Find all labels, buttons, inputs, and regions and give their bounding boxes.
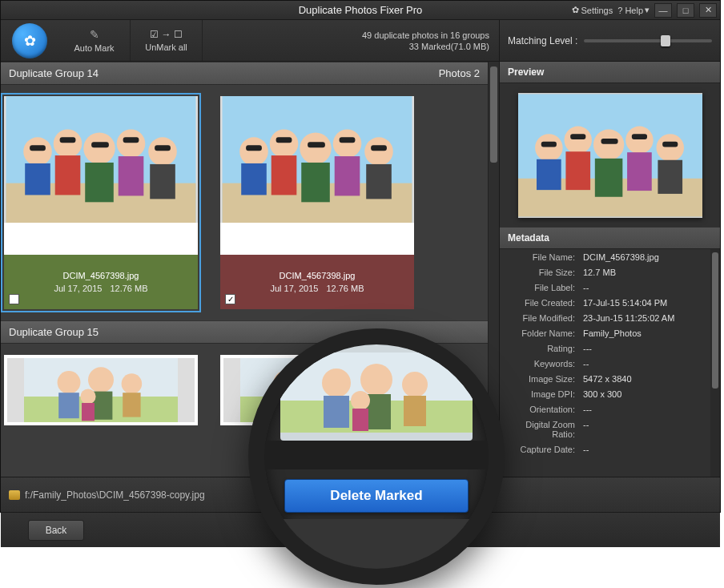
metadata-value: 300 x 300 [583,389,701,399]
photo-size: 12.76 MB [326,284,364,293]
group-header: Duplicate Group 14 Photos 2 [1,62,488,85]
photo-filename: DCIM_4567398.jpg [280,271,356,280]
metadata-key: File Created: [503,298,575,308]
metadata-key: File Modified: [503,313,575,323]
photo-checkbox[interactable]: ✓ [225,294,235,304]
metadata-row: File Modified:23-Jun-15 11:25:02 AM [500,310,709,325]
title-bar: Duplicate Photos Fixer Pro ✿ Settings ? … [1,1,720,20]
auto-mark-button[interactable]: ✎ Auto Mark [58,20,131,61]
back-button[interactable]: Back [28,520,84,541]
photo-thumbnail [220,96,414,223]
metadata-value: -- [583,420,701,439]
metadata-value: --- [583,405,701,414]
photo-checkbox[interactable] [9,294,19,304]
metadata-row: File Name:DCIM_4567398.jpg [500,249,709,264]
scrollbar-thumb[interactable] [490,66,497,163]
status-duplicates: 49 duplicate photos in 16 groups [362,30,489,40]
minimize-button[interactable]: — [654,3,672,18]
metadata-row: Digital Zoom Ratio:-- [500,417,709,441]
metadata-key: File Label: [503,283,575,292]
metadata-key: Folder Name: [503,328,575,338]
metadata-key: Rating: [503,344,575,353]
metadata-value: Family_Photos [583,328,701,338]
metadata-row: Keywords:-- [500,356,709,371]
metadata-value: DCIM_4567398.jpg [583,252,701,262]
preview-box [500,83,720,228]
group-count: Photos 2 [439,67,480,79]
unmark-all-button[interactable]: ☑ → ☐ UnMark all [131,20,203,61]
metadata-value: 12.7 MB [583,268,701,277]
metadata-row: File Created:17-Jul-15 5:14:04 PM [500,295,709,310]
photo-size: 12.76 MB [110,284,147,293]
metadata-scrollbar[interactable] [710,249,720,477]
preview-header: Preview [500,62,720,83]
metadata-value: -- [583,445,701,454]
maximize-button[interactable]: □ [677,3,694,18]
metadata-value: -- [583,359,701,369]
side-panel: Preview Metadata File Name:DCIM_4567398.… [499,62,720,477]
matching-level-slider[interactable] [584,39,712,42]
toolbar: ✿ ✎ Auto Mark ☑ → ☐ UnMark all 49 duplic… [1,20,720,62]
metadata-key: Capture Date: [503,445,575,454]
metadata-row: Capture Date:-- [500,441,709,457]
metadata-value: 23-Jun-15 11:25:02 AM [583,313,701,323]
group-title: Duplicate Group 14 [9,67,99,79]
metadata-key: Digital Zoom Ratio: [503,420,575,439]
photo-date: Jul 17, 2015 [270,284,318,293]
metadata-key: Orientation: [503,405,575,414]
metadata-row: Orientation:--- [500,401,709,417]
photo-card[interactable]: DCIM_4567398.jpg Jul 17, 2015 12.76 MB [4,96,198,309]
photo-card[interactable] [4,355,198,425]
matching-level-label: Matching Level : [508,35,577,46]
metadata-key: Keywords: [503,359,575,369]
metadata-key: File Name: [503,252,575,262]
metadata-key: Image Size: [503,374,575,384]
metadata-value: --- [583,344,701,353]
photo-footer: DCIM_4567398.jpg Jul 17, 2015 12.76 MB [4,255,198,309]
photo-thumbnail [4,96,198,223]
scrollbar-thumb[interactable] [712,252,718,389]
delete-marked-button[interactable]: Delete Marked [284,479,469,513]
uncheck-icon: ☑ → ☐ [150,29,183,40]
slider-thumb[interactable] [661,35,670,46]
settings-link[interactable]: ✿ Settings [572,5,613,15]
metadata-value: 5472 x 3840 [583,374,701,384]
photo-footer: DCIM_4567398.jpg Jul 17, 2015 12.76 MB ✓ [220,255,414,309]
group-title: Duplicate Group 15 [9,326,99,338]
close-button[interactable]: ✕ [699,3,717,18]
metadata-row: Rating:--- [500,340,709,356]
metadata-value: -- [583,283,701,292]
app-logo: ✿ [1,20,58,61]
metadata-list: File Name:DCIM_4567398.jpgFile Size:12.7… [500,249,720,477]
photo-date: Jul 17, 2015 [54,284,102,293]
photo-card[interactable]: DCIM_4567398.jpg Jul 17, 2015 12.76 MB ✓ [220,96,414,309]
wand-icon: ✎ [90,28,99,41]
metadata-row: File Label:-- [500,280,709,295]
photo-thumbnail [4,355,198,425]
preview-image [518,93,702,218]
metadata-value: 17-Jul-15 5:14:04 PM [583,298,701,308]
file-path: f:/Family_Photos\DCIM_4567398-copy.jpg [25,489,205,501]
status-area: 49 duplicate photos in 16 groups 33 Mark… [220,20,499,61]
status-marked: 33 Marked(71.0 MB) [409,42,489,51]
gear-icon: ✿ [12,23,47,58]
metadata-row: File Size:12.7 MB [500,264,709,280]
metadata-header: Metadata [500,228,720,249]
app-title: Duplicate Photos Fixer Pro [299,4,423,16]
photo-filename: DCIM_4567398.jpg [63,271,139,280]
folder-icon [9,490,20,500]
help-link[interactable]: ? Help▾ [617,5,650,15]
metadata-row: Folder Name:Family_Photos [500,325,709,340]
metadata-row: Image Size:5472 x 3840 [500,371,709,386]
metadata-key: Image DPI: [503,389,575,399]
metadata-key: File Size: [503,268,575,277]
magnified-thumbnail [280,344,473,441]
metadata-row: Image DPI:300 x 300 [500,386,709,401]
magnifier-overlay: Delete Marked [248,328,505,585]
matching-level-control: Matching Level : [499,20,720,61]
